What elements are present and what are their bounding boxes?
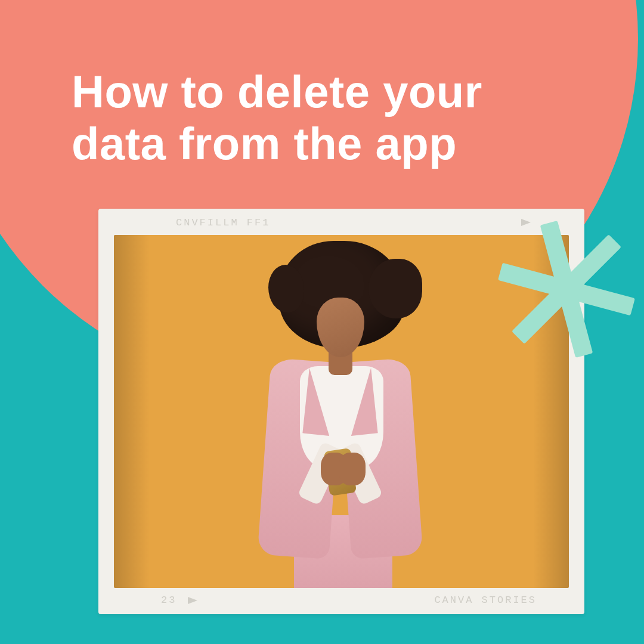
asterisk-icon bbox=[498, 221, 635, 358]
frame-label-top: CNVFILLM FF1 bbox=[176, 217, 270, 228]
arrow-icon bbox=[188, 597, 197, 604]
person-illustration bbox=[222, 241, 461, 588]
frame-label-brand: CANVA STORIES bbox=[434, 595, 537, 606]
frame-label-num: 23 bbox=[161, 595, 177, 606]
headline: How to delete your data from the app bbox=[72, 66, 572, 170]
